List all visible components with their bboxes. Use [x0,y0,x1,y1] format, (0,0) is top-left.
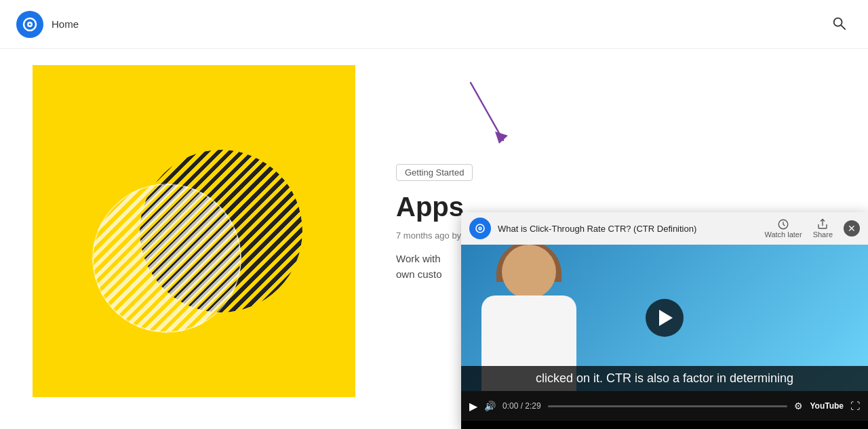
volume-button[interactable]: 🔊 [484,401,496,411]
play-icon [659,310,673,326]
settings-button[interactable]: ⚙ [794,401,803,411]
progress-bar[interactable] [548,405,788,407]
watch-later-label: Watch later [764,230,802,239]
svg-marker-6 [495,131,508,144]
circle-left [92,184,241,333]
play-button[interactable] [646,299,684,337]
header: Home [0,0,868,49]
category-badge: Getting Started [396,164,473,181]
video-header-actions: Watch later Share ✕ [764,218,860,239]
svg-line-5 [471,83,503,140]
play-pause-button[interactable]: ▶ [469,400,477,413]
video-overlay: What is Click-Through Rate CTR? (CTR Def… [461,212,868,429]
desc-line2: own custo [396,268,442,280]
video-header: What is Click-Through Rate CTR? (CTR Def… [461,212,868,245]
video-title: What is Click-Through Rate CTR? (CTR Def… [498,224,757,234]
fullscreen-button[interactable]: ⛶ [850,401,860,411]
video-controls: ▶ 🔊 0:00 / 2:29 ⚙ YouTube ⛶ [461,391,868,421]
share-label: Share [813,230,833,239]
video-time: 0:00 / 2:29 [502,401,541,411]
youtube-label[interactable]: YouTube [810,401,844,411]
video-frame: clicked on it. CTR is also a factor in d… [461,245,868,391]
circle-left-stripes [92,184,241,333]
close-video-button[interactable]: ✕ [844,220,860,237]
header-left: Home [16,11,79,38]
watch-later-button[interactable]: Watch later [764,218,802,239]
channel-avatar [469,218,491,239]
svg-line-4 [841,25,845,29]
svg-point-2 [29,23,31,25]
woman-head [502,245,556,299]
search-button[interactable] [826,10,852,38]
subtitle-bar: clicked on it. CTR is also a factor in d… [461,366,868,391]
home-nav-label[interactable]: Home [52,18,79,30]
circle-graphic [79,116,309,346]
desc-line1: Work with [396,253,441,264]
svg-point-9 [479,228,481,229]
hero-image [33,65,355,397]
subtitle-text: clicked on it. CTR is also a factor in d… [536,371,793,385]
app-logo [16,11,43,38]
arrow-annotation [457,76,518,160]
share-button[interactable]: Share [813,218,833,239]
arrow-svg [457,76,518,157]
